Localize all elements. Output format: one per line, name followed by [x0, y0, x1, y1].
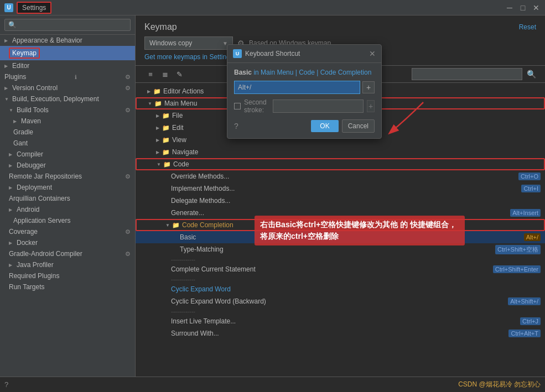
- folder-icon: 📁: [163, 161, 171, 168]
- dialog-basic-label: Basic: [234, 69, 252, 76]
- tree-item-code-completion[interactable]: ▼ 📁 Code Completion: [136, 219, 545, 231]
- sidebar-item-label: Run Targets: [9, 283, 44, 291]
- sidebar-item-label: Editor: [12, 62, 29, 70]
- help-icon[interactable]: ?: [234, 122, 238, 130]
- add-second-stroke-button[interactable]: +: [367, 100, 375, 112]
- cancel-button[interactable]: Cancel: [342, 119, 375, 133]
- sidebar-item-label: Gradle-Android Compiler: [9, 250, 82, 258]
- tree-item-navigate[interactable]: ▶ 📁 Navigate: [136, 146, 545, 158]
- tree-item-label: Complete Current Statement: [171, 265, 493, 273]
- dialog-title-bar: U Keyboard Shortcut ✕: [227, 45, 381, 63]
- sidebar-item-app-servers[interactable]: Application Servers: [0, 215, 135, 226]
- sidebar-item-build-tools[interactable]: ▼ Build Tools ⚙: [0, 104, 135, 116]
- tree-item-generate[interactable]: Generate... Alt+Insert: [136, 207, 545, 219]
- tree-item-surround-with[interactable]: Surround With... Ctrl+Alt+T: [136, 327, 545, 339]
- tree-item-label: Basic: [180, 233, 524, 241]
- sidebar-item-coverage[interactable]: Coverage ⚙: [0, 226, 135, 237]
- tree-item-implement-methods[interactable]: Implement Methods... Ctrl+I: [136, 182, 545, 195]
- shortcut-input[interactable]: [234, 81, 360, 94]
- keymap-search-input[interactable]: [412, 68, 522, 80]
- tree-item-basic[interactable]: Basic Alt+/: [136, 231, 545, 243]
- sidebar-item-remote-jar[interactable]: Remote Jar Repositories ⚙: [0, 171, 135, 182]
- sidebar-item-java-profiler[interactable]: ▶ Java Profiler: [0, 259, 135, 270]
- dialog-close-button[interactable]: ✕: [369, 49, 376, 58]
- get-more-keymaps-link[interactable]: Get more keymaps in Settings: [144, 53, 233, 61]
- app-logo: U: [4, 3, 13, 12]
- folder-icon: 📁: [172, 222, 180, 229]
- second-stroke-input[interactable]: [273, 100, 364, 113]
- keymap-select[interactable]: Windows copy ▼: [144, 36, 233, 50]
- sidebar-item-arquillian[interactable]: Arquillian Containers: [0, 193, 135, 204]
- close-button[interactable]: ✕: [532, 3, 541, 12]
- sidebar-item-docker[interactable]: ▶ Docker: [0, 237, 135, 248]
- keyboard-shortcut-dialog[interactable]: U Keyboard Shortcut ✕ Basic in Main Menu…: [227, 44, 382, 139]
- sidebar-item-label: Arquillian Containers: [9, 195, 70, 202]
- add-shortcut-button[interactable]: +: [362, 81, 375, 93]
- reset-button[interactable]: Reset: [519, 23, 536, 31]
- bottom-bar: ? CSDN @烟花易冷 勿忘初心: [0, 377, 545, 392]
- tree-item-complete-current[interactable]: Complete Current Statement Ctrl+Shift+En…: [136, 263, 545, 275]
- tree-item-insert-live[interactable]: Insert Live Template... Ctrl+J: [136, 315, 545, 327]
- sidebar-item-label: Android: [17, 206, 39, 213]
- folder-icon: 📁: [162, 124, 170, 132]
- tree-item-override-methods[interactable]: Override Methods... Ctrl+O: [136, 170, 545, 182]
- toolbar-btn-2[interactable]: ≣: [159, 68, 171, 80]
- sidebar-item-maven[interactable]: ▶ Maven: [0, 116, 135, 127]
- tree-item-label: Cyclic Expand Word (Backward): [171, 297, 508, 305]
- sidebar-item-keymap[interactable]: Keymap: [0, 46, 135, 60]
- shortcut-badge: Ctrl+O: [518, 173, 541, 180]
- chevron-down-icon: ▼: [163, 223, 172, 228]
- toolbar-btn-3[interactable]: ✎: [173, 68, 185, 80]
- chevron-icon: ▶: [9, 152, 14, 157]
- window-controls: ─ □ ✕: [505, 3, 541, 12]
- sidebar-item-android[interactable]: ▶ Android: [0, 204, 135, 215]
- shortcut-badge: Alt+Insert: [510, 209, 541, 217]
- sidebar-item-appearance[interactable]: ▶ Appearance & Behavior: [0, 35, 135, 46]
- watermark: CSDN @烟花易冷 勿忘初心: [458, 380, 541, 389]
- dialog-subtitle-path: in Main Menu | Code | Code Completion: [253, 69, 371, 76]
- sidebar-item-gradle-android[interactable]: Gradle-Android Compiler ⚙: [0, 248, 135, 259]
- tree-item-type-matching[interactable]: Type-Matching Ctrl+Shift+空格: [136, 243, 545, 255]
- chevron-icon: ▶: [9, 207, 14, 212]
- sidebar-item-plugins[interactable]: Plugins ℹ ⚙: [0, 71, 135, 82]
- maximize-button[interactable]: □: [518, 3, 527, 12]
- chevron-icon: ▶: [153, 150, 162, 155]
- tree-item-label: Type-Matching: [180, 245, 495, 253]
- toolbar-btn-1[interactable]: ≡: [144, 68, 157, 80]
- tree-item-cyclic-backward[interactable]: Cyclic Expand Word (Backward) Alt+Shift+…: [136, 295, 545, 307]
- sidebar-search-input[interactable]: [4, 19, 131, 31]
- chevron-icon: ▶: [153, 113, 162, 118]
- content-title-row: Keymap Reset: [144, 22, 536, 32]
- sidebar-item-label: Version Control: [12, 84, 58, 92]
- sidebar-item-label: Gant: [13, 139, 28, 147]
- minimize-button[interactable]: ─: [505, 3, 514, 12]
- dialog-button-row: ? OK Cancel: [234, 119, 375, 133]
- sidebar-item-compiler[interactable]: ▶ Compiler: [0, 149, 135, 160]
- chevron-icon: ▶: [153, 126, 162, 130]
- sidebar-item-label: Keymap: [9, 48, 40, 59]
- search-icon[interactable]: 🔍: [527, 70, 536, 79]
- sidebar-item-required-plugins[interactable]: Required Plugins: [0, 270, 135, 281]
- tree-item-cyclic-expand[interactable]: Cyclic Expand Word: [136, 283, 545, 295]
- chevron-icon: ▶: [153, 138, 162, 143]
- tree-item-label: Insert Live Template...: [171, 317, 520, 325]
- sidebar-item-gant[interactable]: Gant: [0, 138, 135, 149]
- sidebar-item-build-execution[interactable]: ▼ Build, Execution, Deployment: [0, 93, 135, 104]
- sidebar-item-deployment[interactable]: ▶ Deployment: [0, 182, 135, 193]
- sidebar-item-editor[interactable]: ▶ Editor: [0, 60, 135, 71]
- shortcut-badge: Alt+Shift+/: [508, 297, 541, 305]
- tree-item-delegate-methods[interactable]: Delegate Methods...: [136, 195, 545, 207]
- tree-item-code[interactable]: ▼ 📁 Code: [136, 158, 545, 170]
- folder-icon: 📁: [162, 149, 170, 156]
- ok-button[interactable]: OK: [311, 120, 338, 132]
- folder-icon: 📁: [162, 137, 170, 144]
- sidebar-item-version-control[interactable]: ▶ Version Control ⚙: [0, 82, 135, 93]
- second-stroke-checkbox[interactable]: [234, 103, 241, 109]
- help-button[interactable]: ?: [4, 380, 8, 389]
- sidebar-item-run-targets[interactable]: Run Targets: [0, 281, 135, 292]
- tree-item-label: Surround With...: [171, 330, 508, 337]
- chevron-icon: ▶: [4, 38, 10, 43]
- sidebar-item-gradle[interactable]: Gradle: [0, 127, 135, 138]
- sidebar-item-debugger[interactable]: ▶ Debugger: [0, 160, 135, 171]
- settings-icon: ⚙: [125, 107, 131, 114]
